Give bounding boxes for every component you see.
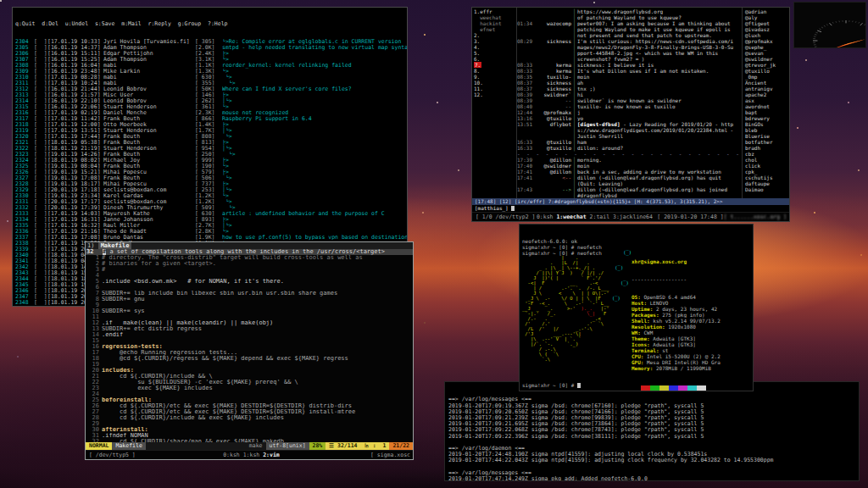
irc-input-bar[interactable]: [matthias_]: [472, 205, 789, 212]
mutt-row[interactable]: 2336[ ][17.01.19 21:16]Theo de Raadt[2.8…: [15, 229, 407, 235]
shell-prompt[interactable]: sigma!xhr ~ [0] #: [522, 382, 581, 388]
irc-window[interactable]: 1.effr weechat hackint efnet2.3.4.5.6.7.…: [471, 7, 790, 222]
mutt-row[interactable]: 2313[ ][16.01.19 21:57]Misc User[ 146]├>: [15, 92, 407, 98]
irc-nick-item[interactable]: botfather: [745, 139, 789, 145]
irc-nick-item[interactable]: Ancient: [745, 80, 789, 86]
irc-buffer-item[interactable]: 5.: [474, 50, 516, 56]
tmux-window-label[interactable]: 0:ksh: [537, 214, 554, 220]
irc-nick-item[interactable]: daftaupe: [745, 180, 789, 186]
irc-nick-item[interactable]: asx: [745, 97, 789, 103]
mutt-row[interactable]: 2305[ ][16.01.19 14:37]Adam Thompson[2.0…: [15, 45, 407, 51]
tmux-window-label[interactable]: 0:ksh: [223, 452, 240, 458]
irc-buffer-item[interactable]: 3.: [474, 38, 516, 44]
irc-nick-item[interactable]: apache2: [745, 92, 789, 97]
mutt-row[interactable]: 2334[ ][17.01.19 16:31]Janne Johansson[ …: [15, 217, 407, 223]
irc-nick-item[interactable]: cschutijs: [745, 175, 789, 180]
tmux-window-label[interactable]: 3:jackline64: [613, 214, 653, 220]
tmux-window-label[interactable]: 2:tail: [590, 214, 609, 220]
irc-nick-item[interactable]: BinGOs: [745, 121, 789, 127]
mutt-row[interactable]: 2318[ ][17.01.19 12:00]Otto Moerbeek[1.4…: [15, 122, 407, 128]
mutt-row[interactable]: 2323[ ][19.01.19 14:26]Frank Beuth[ 250]…: [15, 152, 407, 158]
mutt-row[interactable]: 2315[ ][16.01.19 22:06]Stuart Henderson[…: [15, 104, 407, 110]
mutt-row[interactable]: 2325[ ][19.01.19 08:04]Frank Beuth[ 190]…: [15, 164, 407, 169]
irc-buffer-item[interactable]: 1.effr: [474, 8, 516, 14]
analog-clock-widget[interactable]: [793, 2, 866, 48]
mutt-row[interactable]: 2308[ ][16.01.19 16:04]mabi[1.1K]reorder…: [15, 63, 407, 69]
irc-nick-item[interactable]: @sephe_: [745, 44, 789, 50]
irc-buffer-item[interactable]: 6.: [474, 56, 516, 62]
irc-nick-item[interactable]: @tuxillo: [745, 68, 789, 74]
vim-window[interactable]: 1) Makefile 32# a set of compilation too…: [85, 241, 414, 460]
irc-buffer-item[interactable]: 8.: [474, 68, 516, 74]
mutt-row[interactable]: 2304[ ][17.01.19 10:33]Jyri Hovila [Turv…: [15, 39, 407, 45]
irc-nick-item[interactable]: click: [745, 163, 789, 169]
irc-nick-item[interactable]: antranigv: [745, 86, 789, 92]
mutt-row[interactable]: 2335[ ][17.01.19 16:32]Raul Miller[2.7K]…: [15, 223, 407, 229]
irc-status-bar: [17:48] [12] [irc/effr] 7:#dragonflybsd(…: [472, 198, 789, 205]
irc-buffer-item[interactable]: 12.: [474, 92, 516, 97]
irc-buffer-item[interactable]: 11.: [474, 86, 516, 92]
irc-buffer-item[interactable]: 2.: [474, 32, 516, 38]
irc-nick-item[interactable]: bradh: [745, 145, 789, 151]
irc-nick-item[interactable]: @ivadasz: [745, 26, 789, 32]
mutt-row[interactable]: 2337[ ][17.01.19 17:08]Bruno Dantas[1.9K…: [15, 235, 407, 241]
irc-buffer-item[interactable]: hackint: [474, 20, 516, 26]
irc-buffer-item[interactable]: 4.: [474, 44, 516, 50]
mutt-row[interactable]: 2306[ ][16.01.19 15:11]Edgar Pettijohn[2…: [15, 51, 407, 57]
irc-buffer-item[interactable]: efnet: [474, 26, 516, 32]
neofetch-window[interactable]: neofetch-6.0.0: oksigma!xhr ~ [0] # neof…: [519, 224, 754, 391]
irc-nick-item[interactable]: _0mp: [745, 74, 789, 80]
mutt-row[interactable]: 2331[ ][20.01.19 17:17]seclists@boxdan.c…: [15, 199, 407, 205]
irc-nick-item[interactable]: @trevor_jk: [745, 62, 789, 68]
mutt-row[interactable]: 2316[ ][17.01.19 02:19]Daniel Menche[2.3…: [15, 110, 407, 116]
mutt-row[interactable]: 2314[ ][16.01.19 22:10]Leonid Bobrov[ 26…: [15, 98, 407, 104]
mutt-row[interactable]: 2311[ ][17.01.19 10:24]mabi[ 355] └>: [15, 80, 407, 86]
irc-nick-item[interactable]: @ftigeot: [745, 20, 789, 26]
mutt-row[interactable]: 2317[ ][17.01.19 11:42]Frank Beuth[ 866]…: [15, 116, 407, 122]
irc-nick-item[interactable]: @swildner: [745, 56, 789, 62]
irc-nick-item[interactable]: awordnot: [745, 103, 789, 109]
mutt-row[interactable]: 2332[ ][20.01.19 17:39]Dinesh Thirumurth…: [15, 205, 407, 211]
mutt-row[interactable]: 2320[ ][17.01.19 17:44]Frank Beuth[ 808]…: [15, 134, 407, 140]
log-tail-window[interactable]: ==> /var/log/messages <==2019-01-20T17:0…: [444, 381, 860, 481]
tmux-session-label: [ 1/0 /dev/ttyp2 ]: [472, 213, 535, 221]
irc-nick-item[interactable]: Daimao: [745, 186, 789, 192]
irc-nick-item[interactable]: cpk_: [745, 169, 789, 175]
irc-nick-item[interactable]: chol: [745, 157, 789, 163]
irc-nick-item[interactable]: Bluerise: [745, 133, 789, 139]
mutt-row[interactable]: 2328[ ][19.01.19 18:17]Mihai Popescu[ 73…: [15, 181, 407, 187]
mutt-row[interactable]: 2312[ ][16.01.19 21:44]Leonid Bobrov[ 50…: [15, 86, 407, 92]
irc-nick-item[interactable]: @luxh: [745, 32, 789, 38]
mutt-row[interactable]: 2329[ ][20.01.19 17:18]seclists@boxdan.c…: [15, 187, 407, 193]
tmux-window-label[interactable]: 2:vim: [263, 452, 280, 458]
tmux-window-label[interactable]: 1:ksh: [243, 452, 260, 458]
irc-nick-item[interactable]: @aly: [745, 14, 789, 20]
irc-nick-item[interactable]: cbz: [745, 151, 789, 157]
mutt-row[interactable]: 2307[ ][16.01.19 15:25]Adam Thompson[3.1…: [15, 57, 407, 63]
vim-buffer[interactable]: 32# a set of compilation tools along wit…: [86, 249, 413, 442]
mutt-row[interactable]: 2324[ ][18.01.19 08:02]Michael Joy[ 999]…: [15, 158, 407, 164]
irc-nick-item[interactable]: bdrewery: [745, 115, 789, 121]
irc-nick-item[interactable]: bapt: [745, 109, 789, 115]
mutt-row[interactable]: 2322[ ][18.01.19 21:19]Stuart Henderson[…: [15, 146, 407, 152]
mutt-row[interactable]: 2326[ ][19.01.19 15:21]Mihai Popescu[ 57…: [15, 169, 407, 175]
irc-buffer-item[interactable]: 9.: [474, 74, 516, 80]
irc-buffer-item[interactable]: weechat: [474, 14, 516, 20]
mutt-row[interactable]: 2321[ ][18.01.19 05:38]Frank Beuth[ 813]…: [15, 140, 407, 146]
tmux-window-label[interactable]: 1:weechat: [556, 214, 586, 220]
mutt-row[interactable]: 2309[ ][16.01.19 23:48]Mike Larkin[1.3K]…: [15, 69, 407, 75]
mutt-row[interactable]: 2319[ ][17.01.19 13:51]Stuart Henderson[…: [15, 128, 407, 134]
irc-nick-item[interactable]: @sevan: [745, 50, 789, 56]
mutt-row[interactable]: 2310[ ][17.01.19 08:28]mabi[ 630] └>: [15, 75, 407, 80]
mutt-row[interactable]: 2330[ ][19.01.19 23:34]Karel Gardas[1.2K…: [15, 193, 407, 199]
irc-nick-item[interactable]: bleb: [745, 127, 789, 133]
vim-tab-filename[interactable]: Makefile: [98, 242, 132, 249]
mutt-row[interactable]: 2333[ ][17.01.19 14:03]Mayuresh Kathe[ 6…: [15, 211, 407, 217]
irc-buffer-item[interactable]: 10.: [474, 80, 516, 86]
mutt-row[interactable]: 2327[ ][19.01.19 17:08]Frank Beuth[ 506]…: [15, 175, 407, 181]
irc-nick-item[interactable]: @profmakx: [745, 38, 789, 44]
irc-nick-item[interactable]: @adrian: [745, 8, 789, 14]
neofetch-color-swatches: [632, 385, 754, 391]
vim-line: 13SUBDIR+= etc distrib regress: [86, 326, 413, 332]
irc-buffer-item[interactable]: 7.: [474, 62, 516, 68]
